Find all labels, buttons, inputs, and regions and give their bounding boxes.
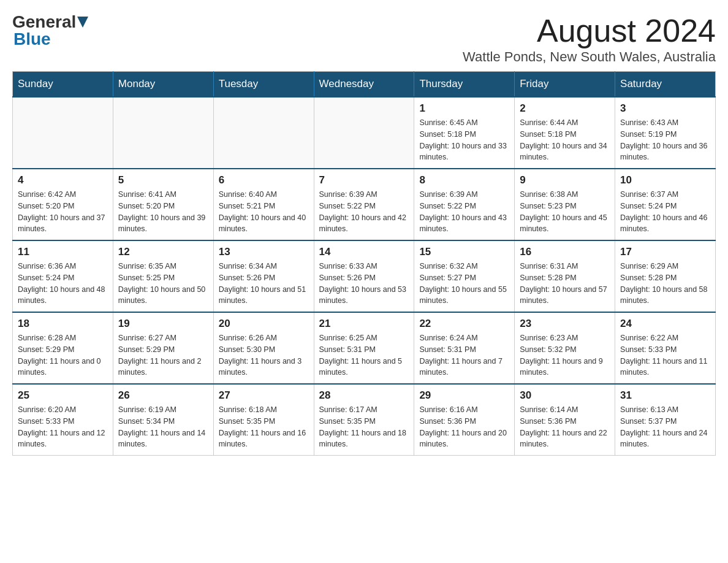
day-info: Sunrise: 6:23 AMSunset: 5:32 PMDaylight:… [520,332,610,378]
calendar-cell: 2Sunrise: 6:44 AMSunset: 5:18 PMDaylight… [515,97,615,169]
day-number: 23 [520,318,610,330]
day-number: 26 [118,389,208,402]
day-number: 18 [18,318,108,330]
day-info: Sunrise: 6:14 AMSunset: 5:36 PMDaylight:… [520,404,610,450]
calendar-header-wednesday: Wednesday [314,72,414,98]
day-number: 14 [319,246,409,258]
calendar-cell: 18Sunrise: 6:28 AMSunset: 5:29 PMDayligh… [13,312,113,384]
day-info: Sunrise: 6:44 AMSunset: 5:18 PMDaylight:… [520,117,610,163]
page-header: General Blue August 2024 Wattle Ponds, N… [12,12,716,65]
day-number: 4 [18,174,108,186]
day-info: Sunrise: 6:43 AMSunset: 5:19 PMDaylight:… [620,117,710,163]
day-info: Sunrise: 6:26 AMSunset: 5:30 PMDaylight:… [219,332,309,378]
svg-marker-0 [77,17,88,28]
calendar-cell: 6Sunrise: 6:40 AMSunset: 5:21 PMDaylight… [213,169,314,240]
day-number: 25 [18,389,108,402]
calendar-cell: 16Sunrise: 6:31 AMSunset: 5:28 PMDayligh… [515,240,615,312]
calendar-cell: 1Sunrise: 6:45 AMSunset: 5:18 PMDaylight… [414,97,515,169]
day-info: Sunrise: 6:13 AMSunset: 5:37 PMDaylight:… [620,404,710,450]
calendar-cell [113,97,213,169]
calendar-cell: 25Sunrise: 6:20 AMSunset: 5:33 PMDayligh… [13,384,113,456]
calendar-cell: 31Sunrise: 6:13 AMSunset: 5:37 PMDayligh… [615,384,716,456]
calendar-header-row: SundayMondayTuesdayWednesdayThursdayFrid… [13,72,716,98]
calendar-week-row: 4Sunrise: 6:42 AMSunset: 5:20 PMDaylight… [13,169,716,240]
day-number: 27 [219,389,309,402]
calendar-cell: 30Sunrise: 6:14 AMSunset: 5:36 PMDayligh… [515,384,615,456]
day-info: Sunrise: 6:36 AMSunset: 5:24 PMDaylight:… [18,261,108,307]
day-info: Sunrise: 6:39 AMSunset: 5:22 PMDaylight:… [319,189,409,235]
calendar-week-row: 18Sunrise: 6:28 AMSunset: 5:29 PMDayligh… [13,312,716,384]
logo-blue-text: Blue [13,29,51,49]
calendar-cell: 22Sunrise: 6:24 AMSunset: 5:31 PMDayligh… [414,312,515,384]
day-info: Sunrise: 6:22 AMSunset: 5:33 PMDaylight:… [620,332,710,378]
day-number: 22 [419,318,509,330]
calendar-cell: 23Sunrise: 6:23 AMSunset: 5:32 PMDayligh… [515,312,615,384]
day-info: Sunrise: 6:29 AMSunset: 5:28 PMDaylight:… [620,261,710,307]
calendar-cell: 10Sunrise: 6:37 AMSunset: 5:24 PMDayligh… [615,169,716,240]
calendar-cell: 3Sunrise: 6:43 AMSunset: 5:19 PMDaylight… [615,97,716,169]
day-number: 31 [620,389,710,402]
day-info: Sunrise: 6:39 AMSunset: 5:22 PMDaylight:… [419,189,509,235]
day-number: 9 [520,174,610,186]
day-number: 21 [319,318,409,330]
day-number: 7 [319,174,409,186]
day-info: Sunrise: 6:38 AMSunset: 5:23 PMDaylight:… [520,189,610,235]
day-info: Sunrise: 6:16 AMSunset: 5:36 PMDaylight:… [419,404,509,450]
day-number: 6 [219,174,309,186]
day-number: 19 [118,318,208,330]
calendar-cell: 26Sunrise: 6:19 AMSunset: 5:34 PMDayligh… [113,384,213,456]
calendar-cell [13,97,113,169]
day-info: Sunrise: 6:40 AMSunset: 5:21 PMDaylight:… [219,189,309,235]
location-title: Wattle Ponds, New South Wales, Australia [463,49,716,65]
day-number: 11 [18,246,108,258]
calendar-cell: 8Sunrise: 6:39 AMSunset: 5:22 PMDaylight… [414,169,515,240]
calendar-cell: 20Sunrise: 6:26 AMSunset: 5:30 PMDayligh… [213,312,314,384]
calendar-header-sunday: Sunday [13,72,113,98]
day-number: 17 [620,246,710,258]
day-info: Sunrise: 6:33 AMSunset: 5:26 PMDaylight:… [319,261,409,307]
calendar-cell [213,97,314,169]
calendar-cell: 5Sunrise: 6:41 AMSunset: 5:20 PMDaylight… [113,169,213,240]
logo: General Blue [12,12,88,49]
calendar-cell: 13Sunrise: 6:34 AMSunset: 5:26 PMDayligh… [213,240,314,312]
calendar-header-saturday: Saturday [615,72,716,98]
day-info: Sunrise: 6:37 AMSunset: 5:24 PMDaylight:… [620,189,710,235]
calendar-header-tuesday: Tuesday [213,72,314,98]
day-info: Sunrise: 6:31 AMSunset: 5:28 PMDaylight:… [520,261,610,307]
calendar-cell: 11Sunrise: 6:36 AMSunset: 5:24 PMDayligh… [13,240,113,312]
day-info: Sunrise: 6:25 AMSunset: 5:31 PMDaylight:… [319,332,409,378]
calendar-cell: 17Sunrise: 6:29 AMSunset: 5:28 PMDayligh… [615,240,716,312]
day-number: 3 [620,102,710,115]
day-info: Sunrise: 6:32 AMSunset: 5:27 PMDaylight:… [419,261,509,307]
day-number: 29 [419,389,509,402]
day-info: Sunrise: 6:18 AMSunset: 5:35 PMDaylight:… [219,404,309,450]
calendar-header-thursday: Thursday [414,72,515,98]
calendar-cell: 29Sunrise: 6:16 AMSunset: 5:36 PMDayligh… [414,384,515,456]
calendar-cell: 28Sunrise: 6:17 AMSunset: 5:35 PMDayligh… [314,384,414,456]
day-number: 1 [419,102,509,115]
day-number: 28 [319,389,409,402]
day-number: 30 [520,389,610,402]
calendar-cell: 9Sunrise: 6:38 AMSunset: 5:23 PMDaylight… [515,169,615,240]
calendar-cell: 12Sunrise: 6:35 AMSunset: 5:25 PMDayligh… [113,240,213,312]
day-info: Sunrise: 6:41 AMSunset: 5:20 PMDaylight:… [118,189,208,235]
calendar-table: SundayMondayTuesdayWednesdayThursdayFrid… [12,71,716,456]
day-info: Sunrise: 6:19 AMSunset: 5:34 PMDaylight:… [118,404,208,450]
day-number: 10 [620,174,710,186]
day-number: 16 [520,246,610,258]
calendar-cell [314,97,414,169]
day-number: 5 [118,174,208,186]
day-info: Sunrise: 6:45 AMSunset: 5:18 PMDaylight:… [419,117,509,163]
calendar-cell: 21Sunrise: 6:25 AMSunset: 5:31 PMDayligh… [314,312,414,384]
day-info: Sunrise: 6:35 AMSunset: 5:25 PMDaylight:… [118,261,208,307]
calendar-week-row: 1Sunrise: 6:45 AMSunset: 5:18 PMDaylight… [13,97,716,169]
day-info: Sunrise: 6:20 AMSunset: 5:33 PMDaylight:… [18,404,108,450]
day-info: Sunrise: 6:24 AMSunset: 5:31 PMDaylight:… [419,332,509,378]
calendar-header-friday: Friday [515,72,615,98]
calendar-cell: 24Sunrise: 6:22 AMSunset: 5:33 PMDayligh… [615,312,716,384]
day-number: 13 [219,246,309,258]
calendar-week-row: 11Sunrise: 6:36 AMSunset: 5:24 PMDayligh… [13,240,716,312]
day-info: Sunrise: 6:28 AMSunset: 5:29 PMDaylight:… [18,332,108,378]
calendar-cell: 19Sunrise: 6:27 AMSunset: 5:29 PMDayligh… [113,312,213,384]
day-info: Sunrise: 6:27 AMSunset: 5:29 PMDaylight:… [118,332,208,378]
